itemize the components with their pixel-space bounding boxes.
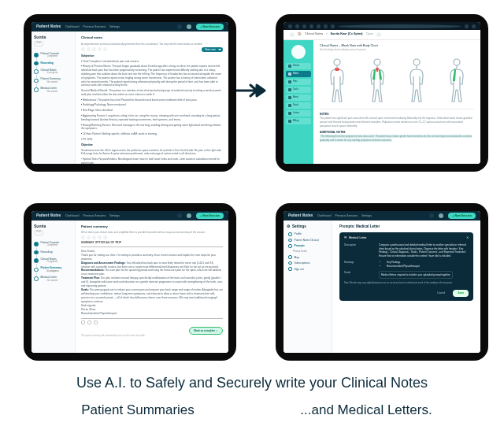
intro-text: We've taken your clinical notes and simp…	[81, 231, 223, 234]
summary-body[interactable]: SUMMARY OPTION AS OF TRIP Dear Sunita, T…	[81, 241, 223, 339]
body-front[interactable]	[325, 57, 349, 105]
close-icon[interactable]: ✕	[466, 236, 469, 241]
sidebar-item-tasks[interactable]: Tasks	[286, 87, 311, 93]
new-session-button[interactable]: + New Session	[448, 213, 476, 219]
breadcrumb-patient[interactable]: Sunita Kaur (Cx Spine)	[330, 32, 362, 36]
card-title: ✉Medical Letter✕	[344, 236, 469, 241]
sidebar-item-medical-letter[interactable]: Medical LetterNot started	[34, 87, 72, 93]
italic-icon[interactable]	[87, 47, 91, 51]
breadcrumb-section[interactable]: Clinical Notes	[305, 32, 323, 36]
chevron-right-icon[interactable]: ›	[376, 32, 381, 37]
chevron-left-icon[interactable]: ‹	[290, 32, 295, 37]
guide-text[interactable]: Medical letters required to include: you…	[379, 271, 453, 280]
guide-label: Guide	[344, 271, 372, 275]
save-button[interactable]: Save	[453, 290, 469, 297]
avatar[interactable]	[439, 213, 443, 218]
mark-complete-button[interactable]: Mark as complete ✓	[189, 327, 223, 335]
patient-name: Sunita	[34, 35, 72, 40]
brand: Patient Notes	[36, 24, 61, 29]
toolbar	[81, 47, 107, 51]
bold-icon[interactable]	[81, 47, 85, 51]
help-icon[interactable]	[177, 213, 182, 218]
toolbar-icon[interactable]	[465, 24, 469, 28]
sidebar-item-notes[interactable]: Notes	[286, 71, 311, 77]
session-sidebar: Sunita Draft Patient ConsentCompleted Re…	[32, 32, 76, 164]
intro-text: A comprehensive summary automatically ge…	[81, 43, 223, 46]
settings-item-signout[interactable]: Sign out	[288, 267, 328, 271]
toolbar-icon[interactable]	[331, 24, 335, 28]
sidebar-item-clinical-notes[interactable]: Clinical NotesCompleted	[34, 258, 72, 264]
note-type-badge[interactable]: Short note	[202, 47, 223, 52]
download-icon[interactable]	[87, 321, 91, 324]
sidebar-item-consent[interactable]: Patient ConsentCompleted	[34, 52, 72, 58]
topbar: Patient Notes Dashboard Previous Session…	[284, 211, 480, 220]
sidebar-item-recording[interactable]: Recording	[34, 61, 72, 66]
patient-tag: Draft	[34, 230, 43, 235]
nav-settings[interactable]: Settings	[109, 25, 120, 29]
note-body[interactable]: Subjective: • Chief Complaint: Left-side…	[81, 54, 223, 164]
settings-sub-guide[interactable]: Prompt Guide	[293, 250, 328, 254]
settings-item-prompts[interactable]: Prompts	[288, 244, 328, 248]
nav-settings[interactable]: Settings	[361, 214, 372, 218]
settings-item-map[interactable]: Map	[288, 255, 328, 259]
help-icon[interactable]	[429, 213, 434, 218]
toolbar-icon[interactable]	[309, 24, 313, 28]
home-icon[interactable]: 🏠	[298, 32, 302, 36]
desc-text[interactable]: Compose a professional and detailed medi…	[379, 243, 469, 258]
caption-main: Use A.I. to Safely and Securely write yo…	[0, 375, 504, 391]
body-side-left[interactable]	[405, 57, 428, 105]
thumbs-up-icon[interactable]	[94, 321, 98, 324]
panel-title: Clinical notes	[81, 35, 102, 40]
new-session-button[interactable]: + New Session	[196, 24, 224, 30]
avatar[interactable]	[187, 24, 191, 29]
headings-list[interactable]: Key Findings Recommended Physiotherapist	[379, 261, 420, 269]
nav-dashboard[interactable]: Dashboard	[65, 25, 79, 29]
sidebar-item-medical-letter[interactable]: Medical LetterNot started	[34, 276, 72, 282]
body-side-right[interactable]	[445, 57, 469, 105]
action-icons	[81, 321, 223, 324]
sidebar-item-patient-summary[interactable]: Patient SummaryNot started	[34, 77, 72, 83]
toolbar-icon[interactable]	[472, 24, 476, 28]
sidebar-item-goals[interactable]: Goals	[286, 102, 311, 109]
body-back[interactable]	[365, 57, 389, 105]
sidebar-item-consent[interactable]: Patient ConsentCompleted	[34, 241, 72, 247]
settings-item-profile[interactable]: Profile	[288, 232, 328, 236]
toolbar-icon[interactable]	[317, 24, 321, 28]
settings-item-clinical[interactable]: Patient Notes Clinical	[288, 239, 328, 243]
prompt-title: Prompts: Medical Letter	[339, 224, 473, 229]
toolbar-icon[interactable]	[295, 24, 299, 28]
sidebar-item-files[interactable]: Files	[286, 79, 311, 85]
help-icon[interactable]	[177, 24, 182, 29]
list-icon[interactable]	[98, 47, 102, 51]
settings-item-subscriptions[interactable]: Subscriptions	[288, 261, 328, 265]
cancel-button[interactable]: Cancel	[432, 290, 450, 297]
sidebar-item-letters[interactable]: Letters	[286, 110, 311, 117]
copy-icon[interactable]	[81, 321, 85, 324]
nav-dashboard[interactable]: Dashboard	[65, 214, 79, 218]
nav-settings[interactable]: Settings	[109, 214, 120, 218]
new-session-button[interactable]: + New Session	[196, 213, 224, 219]
toolbar-icon[interactable]	[324, 24, 328, 28]
sidebar-item-alerts[interactable]: Alerts	[286, 94, 311, 101]
sidebar-item-clinical-notes[interactable]: Clinical NotesIn progress	[34, 69, 72, 75]
patient-name: Sunita	[34, 224, 72, 229]
nav-sessions[interactable]: Previous Sessions	[83, 214, 106, 218]
heading-icon[interactable]	[103, 47, 107, 51]
brand: Patient Notes	[288, 213, 313, 218]
underline-icon[interactable]	[92, 47, 96, 51]
sidebar-item-patient-summary[interactable]: Patient SummaryIn progress	[34, 266, 72, 272]
nav-sessions[interactable]: Previous Sessions	[335, 214, 358, 218]
sidebar-item-recording[interactable]: Recording	[34, 250, 72, 255]
sidebar-item-billing[interactable]: Billing	[286, 118, 311, 124]
svg-point-1	[335, 68, 339, 71]
nav-sessions[interactable]: Previous Sessions	[83, 25, 106, 29]
body-chart[interactable]	[320, 55, 474, 109]
toolbar-icon[interactable]	[288, 24, 292, 28]
tablet-patient-summary: Patient Notes Dashboard Previous Session…	[24, 203, 236, 361]
toolbar-icon[interactable]	[302, 24, 306, 28]
nav-dashboard[interactable]: Dashboard	[317, 214, 331, 218]
sidebar-item-details[interactable]: Details	[286, 63, 311, 69]
avatar[interactable]	[187, 213, 191, 218]
brand: Patient Notes	[36, 213, 61, 218]
patient-avatar[interactable]	[291, 45, 306, 59]
